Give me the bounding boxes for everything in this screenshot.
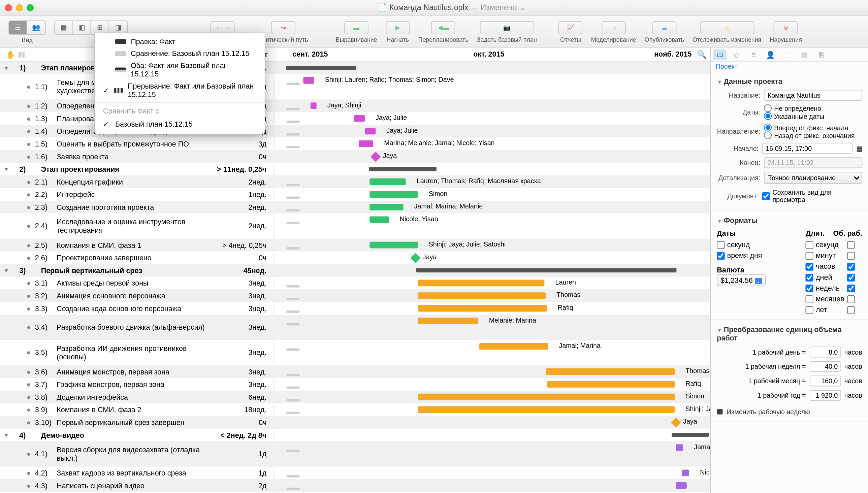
task-row[interactable]: ●4.3)Написать сценарий видео2д <box>0 479 274 492</box>
task-row[interactable]: ●2.2)Интерфейс1нед. <box>0 188 274 201</box>
gantt-row[interactable] <box>274 163 710 175</box>
inspector-tabs[interactable]: 🗂 ◇ ≡ 👤 ⬚ ▦ ⎘ <box>711 48 868 61</box>
gantt-row[interactable] <box>274 479 710 492</box>
task-row[interactable]: ●3.1)Активы среды первой зоны3нед. <box>0 277 274 290</box>
task-row[interactable]: ●2.3)Создание прототипа проекта2нед. <box>0 201 274 214</box>
gantt-row[interactable] <box>274 429 710 442</box>
task-row[interactable]: ▼3)Первый вертикальный срез45нед. <box>0 264 274 277</box>
tb-catchup[interactable]: ▶Нагнать <box>382 20 413 44</box>
tb-reschedule[interactable]: ◀▬Перепланировать <box>415 20 472 44</box>
gantt-row[interactable]: Lauren <box>274 277 710 290</box>
task-row[interactable]: ●4.4)Совместить кадры с музыкальной темо… <box>0 492 274 493</box>
task-row[interactable]: ●1.6)Заявка проекта0ч <box>0 150 274 163</box>
gantt-row[interactable]: Jamal <box>274 441 710 466</box>
task-row[interactable]: ●2.1)Концепция графики2нед. <box>0 175 274 188</box>
tab-styles[interactable]: ⬚ <box>781 49 794 60</box>
gantt-row[interactable]: Jaya <box>274 150 710 163</box>
gantt-row[interactable]: Rafiq <box>274 302 710 315</box>
granularity-select[interactable]: Точное планирование <box>764 172 862 184</box>
gantt-row[interactable]: Jaya <box>274 251 710 264</box>
calendar-icon[interactable]: ▦ <box>856 145 862 152</box>
gantt-row[interactable]: Dave <box>274 492 710 493</box>
currency-select[interactable]: $1,234.56 ⌄ <box>717 274 766 286</box>
task-row[interactable]: ●2.4)Исследование и оценка инструментов … <box>0 214 274 239</box>
gantt-row[interactable]: Rafiq <box>274 378 710 391</box>
gantt-row[interactable] <box>274 62 710 74</box>
fmt-timeofday[interactable]: время дня <box>717 250 793 261</box>
tab-tasks[interactable]: ≡ <box>747 49 760 60</box>
close-window[interactable] <box>5 4 12 11</box>
conv-week[interactable] <box>809 361 841 372</box>
tb-simulate[interactable]: ◇Моделирование <box>588 20 640 44</box>
tb-publish[interactable]: ☁Опубликовать <box>641 20 688 44</box>
project-name-field[interactable] <box>764 90 862 101</box>
dir-forward[interactable]: Вперед от фикс. начала <box>764 124 862 131</box>
gantt-row[interactable]: Jaya; Julie <box>274 112 710 125</box>
menu-item[interactable]: Сравнение: Базовый план 15.12.15 <box>94 47 265 60</box>
fmt-seconds[interactable]: секунд <box>717 239 793 250</box>
task-row[interactable]: ●3.2)Анимация основного персонажа3нед. <box>0 289 274 302</box>
save-view-checkbox[interactable]: Сохранить вид для просмотра <box>762 188 862 205</box>
task-row[interactable]: ●3.5)Разработка ИИ движения противников … <box>0 340 274 365</box>
task-row[interactable]: ●3.6)Анимация монстров, первая зона3нед. <box>0 365 274 378</box>
tb-level[interactable]: ▬Выравнивание <box>332 20 381 44</box>
conv-month[interactable] <box>809 376 841 386</box>
gantt-row[interactable]: Jamal; Marina <box>274 340 710 365</box>
gantt-row[interactable]: Melanie; Marina <box>274 315 710 340</box>
menu-item[interactable]: Правка: Факт <box>94 36 265 48</box>
task-row[interactable]: ●3.10)Первый вертикальный срез завершен0… <box>0 416 274 429</box>
zoom-icon[interactable]: 🔍 <box>697 50 707 59</box>
gantt-row[interactable]: Lauren; Thomas; Rafiq; Масляная краска <box>274 175 710 188</box>
task-row[interactable]: ●4.1)Версия сборки для видеозахвата (отл… <box>0 441 274 466</box>
conv-day[interactable] <box>809 346 841 357</box>
tab-milestones[interactable]: ◇ <box>730 49 743 60</box>
menu-item[interactable]: Оба: Факт или Базовый план 15.12.15 <box>94 60 265 80</box>
gantt-row[interactable]: Jaya <box>274 416 710 429</box>
task-row[interactable]: ▼2)Этап проектирования> 11нед. 0,25ч <box>0 163 274 175</box>
task-row[interactable]: ●3.9)Компания в СМИ, фаза 218нед. <box>0 403 274 416</box>
gantt-row[interactable] <box>274 264 710 277</box>
tab-resources[interactable]: 👤 <box>764 49 777 60</box>
tab-calendar[interactable]: ▦ <box>798 49 811 60</box>
gantt-row[interactable]: Shinji; Jaya; Julie; Satoshi <box>274 403 710 416</box>
gantt-row[interactable]: Jaya; Julie <box>274 125 710 138</box>
dates-specific[interactable]: Указанные даты <box>764 112 862 120</box>
tb-baseline[interactable]: 📷Задать базовый план <box>473 20 541 44</box>
gantt-row[interactable]: Nicole <box>274 466 710 479</box>
task-row[interactable]: ●3.3)Создание кода основного персонажа3н… <box>0 302 274 315</box>
gantt-row[interactable]: Simon <box>274 391 710 403</box>
minimize-window[interactable] <box>16 4 23 11</box>
gantt-row[interactable]: Nicole; Yisan <box>274 214 710 239</box>
gantt-chart[interactable]: сент. 2015 окт. 2015 нояб. 2015 🔍 Shinji… <box>274 48 710 493</box>
task-row[interactable]: ●4.2)Захват кадров из вертикального срез… <box>0 466 274 479</box>
task-row[interactable]: ●3.8)Доделки интерфейса6нед. <box>0 391 274 403</box>
section-conversions[interactable]: Преобразование единиц объема работ <box>717 323 862 344</box>
view-switcher[interactable]: ☰👥 Вид <box>5 19 49 44</box>
gantt-row[interactable]: Jamal; Marina; Melanie <box>274 201 710 214</box>
tab-custom[interactable]: ⎘ <box>814 49 828 60</box>
section-project-data[interactable]: Данные проекта <box>717 75 862 88</box>
gantt-row[interactable]: Marina; Melanie; Jamal; Nicole; Yisan <box>274 137 710 150</box>
tb-track[interactable]: △Отслеживать изменения <box>689 20 765 44</box>
gantt-row[interactable]: Thomas <box>274 365 710 378</box>
start-date-field[interactable] <box>762 143 853 154</box>
task-row[interactable]: ●3.7)Графика монстров, первая зона3нед. <box>0 378 274 391</box>
conv-year[interactable] <box>809 390 841 401</box>
task-row[interactable]: ●1.5)Оценить и выбрать промежуточное ПО3… <box>0 137 274 150</box>
tb-violations[interactable]: ⊘Нарушения <box>766 20 806 44</box>
section-formats[interactable]: Форматы <box>717 214 862 227</box>
gantt-row[interactable]: Shinji; Jaya; Julie; Satoshi <box>274 239 710 252</box>
task-row[interactable]: ▼4)Демо-видео< 2нед. 2д 8ч <box>0 429 274 442</box>
dir-backward[interactable]: Назад от фикс. окончания <box>764 131 862 139</box>
task-row[interactable]: ●2.6)Проектирование завершено0ч <box>0 251 274 264</box>
gantt-row[interactable]: Simon <box>274 188 710 201</box>
task-row[interactable]: ●2.5)Компания в СМИ, фаза 1> 4нед. 0,25ч <box>0 239 274 252</box>
task-row[interactable]: ●3.4)Разработка боевого движка (альфа-ве… <box>0 315 274 340</box>
zoom-window[interactable] <box>27 4 34 11</box>
gantt-row[interactable]: Thomas <box>274 289 710 302</box>
tb-reports[interactable]: 📈Отчеты <box>555 20 586 44</box>
menu-item[interactable]: ✓Прерывание: Факт или Базовый план 15.12… <box>94 80 265 101</box>
dates-undefined[interactable]: Не определено <box>764 104 862 112</box>
gantt-row[interactable]: Shinji; Lauren; Rafiq; Thomas; Simon; Da… <box>274 74 710 99</box>
edit-work-week[interactable]: Изменить рабочую неделю <box>726 408 810 415</box>
